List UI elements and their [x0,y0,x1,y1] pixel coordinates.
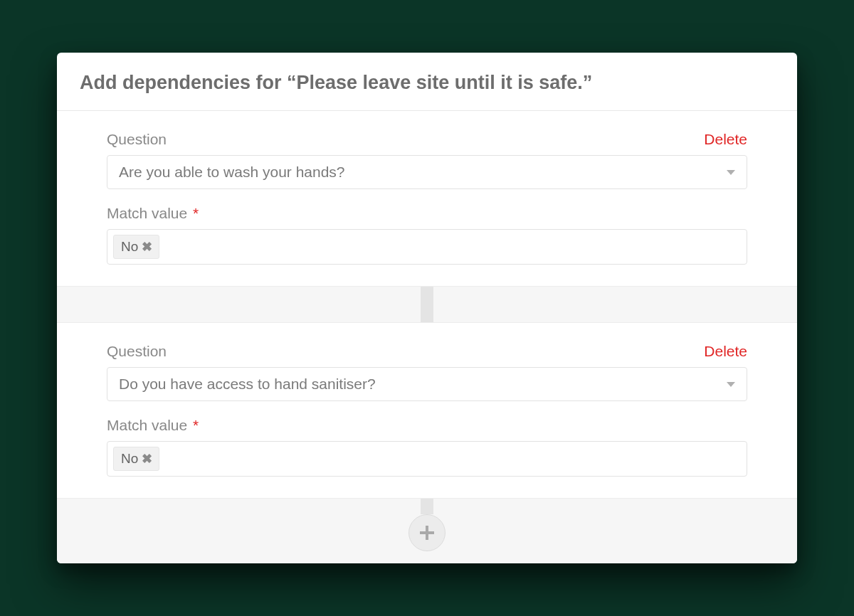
match-value-input[interactable]: No ✖ [107,229,747,265]
question-label: Question [107,131,167,148]
modal-title: Add dependencies for “Please leave site … [80,71,774,95]
modal-header: Add dependencies for “Please leave site … [57,53,797,112]
plus-icon [418,524,436,542]
required-asterisk: * [189,205,199,221]
match-value-tag: No ✖ [113,235,159,259]
caret-down-icon [727,382,735,387]
caret-down-icon [727,170,735,175]
match-value-label: Match value * [107,417,199,434]
connector [57,286,797,323]
add-dependency-area [57,498,797,563]
select-value: Do you have access to hand sanitiser? [119,376,376,393]
close-icon[interactable]: ✖ [142,452,152,465]
dependencies-modal: Add dependencies for “Please leave site … [57,53,797,564]
svg-rect-1 [420,531,434,534]
match-value-tag: No ✖ [113,447,159,471]
delete-button[interactable]: Delete [704,343,747,360]
required-asterisk: * [189,417,199,433]
connector-line [421,499,433,514]
tag-label: No [121,451,138,467]
question-label: Question [107,343,167,360]
add-dependency-button[interactable] [408,514,446,551]
delete-button[interactable]: Delete [704,131,747,148]
tag-label: No [121,239,138,255]
connector-line [421,287,433,322]
question-select[interactable]: Are you able to wash your hands? [107,155,747,189]
match-value-label: Match value * [107,205,199,222]
close-icon[interactable]: ✖ [142,240,152,253]
select-value: Are you able to wash your hands? [119,164,345,181]
match-value-input[interactable]: No ✖ [107,441,747,477]
dependency-block: Question Delete Are you able to wash you… [57,111,797,286]
question-select[interactable]: Do you have access to hand sanitiser? [107,367,747,401]
dependency-block: Question Delete Do you have access to ha… [57,323,797,498]
